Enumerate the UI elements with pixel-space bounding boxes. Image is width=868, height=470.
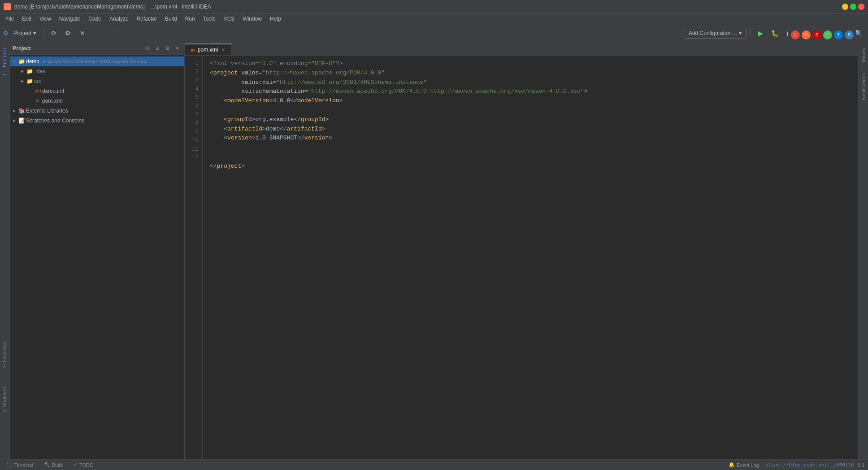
notifications-panel-icon[interactable]: Notifications <box>859 70 868 104</box>
xml-icon: m <box>34 97 41 104</box>
tree-item-demo-iml[interactable]: ▶ iml demo.iml <box>10 86 184 96</box>
build-label: Build <box>52 462 63 468</box>
main-content: 1: Project Project ⟳ ≡ ⚙ ✕ ▾ 📁 demo E:\p… <box>0 42 868 459</box>
add-configuration-button[interactable]: Add Configuration… ▾ <box>684 28 746 39</box>
panel-collapse-btn[interactable]: ≡ <box>153 44 162 53</box>
menu-edit[interactable]: Edit <box>18 15 35 23</box>
todo-status-item[interactable]: ✓ TODO <box>71 461 96 469</box>
menu-refactor[interactable]: Refactor <box>133 15 161 23</box>
menu-analyze[interactable]: Analyze <box>106 15 132 23</box>
tree-item-idea[interactable]: ▶ 📁 .idea <box>10 66 184 76</box>
status-bar-right: 🔔 Event Log https://blog.csdn.net/iz0501… <box>726 461 864 469</box>
add-config-label: Add Configuration… <box>689 30 737 36</box>
debug-button[interactable]: 🐛 <box>768 27 781 39</box>
tab-close-button[interactable]: ✕ <box>221 47 226 52</box>
iml-icon: iml <box>34 87 41 95</box>
close-panel-button[interactable]: ✕ <box>76 27 89 39</box>
menu-file[interactable]: File <box>2 15 17 23</box>
browser-icons-strip: C F O E I S <box>788 29 856 41</box>
project-selector-label: Project ▾ <box>13 30 36 36</box>
opera-icon[interactable]: O <box>812 30 821 39</box>
line-num-10: 10 <box>185 137 199 145</box>
menu-code[interactable]: Code <box>85 15 105 23</box>
menu-run[interactable]: Run <box>182 15 199 23</box>
ext-libs-icon: 📚 <box>18 107 25 114</box>
favorites-strip: 2: Favorites <box>0 339 10 371</box>
project-panel-header: Project ⟳ ≡ ⚙ ✕ <box>10 42 184 55</box>
title-bar: demo [E:\project\AutoMaintenanceManageme… <box>0 0 868 13</box>
cursor-position: 6:1 <box>858 462 864 468</box>
folder-icon-idea: 📁 <box>26 68 33 75</box>
project-panel-title: Project <box>13 45 31 52</box>
file-tree: ▾ 📁 demo E:\project\AutoMaintenanceManag… <box>10 55 184 459</box>
status-bar: ⬛ Terminal 🔨 Build ✓ TODO 🔔 Event Log ht… <box>0 459 868 470</box>
line-num-9: 9 <box>185 128 199 137</box>
xml-file-icon: m <box>191 47 195 52</box>
sync-button[interactable]: ⟳ <box>48 27 60 39</box>
tab-label: pom.xml <box>198 47 218 53</box>
tree-label-demo-iml: demo.iml <box>42 88 64 94</box>
structure-panel-icon[interactable]: 2: Structure <box>0 383 9 416</box>
toolbar-separator-2 <box>750 28 751 39</box>
line-numbers: 1 2 3 4 5 6 7 8 9 10 11 12 <box>185 56 203 459</box>
firefox-icon[interactable]: F <box>802 30 811 39</box>
close-button[interactable] <box>858 4 864 10</box>
tree-path-demo: E:\project\AutoMaintenanceManagement\dem… <box>43 59 146 64</box>
line-num-1: 1 <box>185 59 199 68</box>
scratches-icon: 📝 <box>18 117 25 124</box>
chrome-icon[interactable]: C <box>791 30 800 39</box>
terminal-status-item[interactable]: ⬛ Terminal <box>4 461 36 469</box>
title-bar-left: demo [E:\project\AutoMaintenanceManageme… <box>4 3 211 10</box>
folder-icon: 📁 <box>18 58 25 65</box>
build-status-item[interactable]: 🔨 Build <box>41 461 65 469</box>
tree-item-pom-xml[interactable]: ▶ m pom.xml <box>10 96 184 106</box>
event-log-label: Event Log <box>737 462 759 468</box>
code-editor[interactable]: <?xml version="1.0" encoding="UTF-8"?> <… <box>203 56 858 459</box>
line-num-4: 4 <box>185 85 199 94</box>
settings-button[interactable]: ⚙ <box>62 27 74 39</box>
editor-area: m pom.xml ✕ 1 2 3 4 5 6 7 8 9 10 11 12 <… <box>185 42 858 459</box>
terminal-icon: ⬛ <box>6 462 13 468</box>
tree-arrow-src: ▶ <box>20 78 25 84</box>
panel-action-buttons: ⟳ ≡ ⚙ ✕ <box>143 44 182 53</box>
menu-help[interactable]: Help <box>266 15 285 23</box>
main-toolbar: ⚙ Project ▾ ⟳ ⚙ ✕ Add Configuration… ▾ ▶… <box>0 24 868 42</box>
tree-label-pom-xml: pom.xml <box>42 98 62 104</box>
line-num-5: 5 <box>185 94 199 102</box>
status-url-link[interactable]: https://blog.csdn.net/iz050116 <box>765 462 854 468</box>
tree-item-scratches[interactable]: ▶ 📝 Scratches and Consoles <box>10 116 184 126</box>
ie-icon[interactable]: I <box>834 30 843 39</box>
line-num-11: 11 <box>185 145 199 154</box>
edge-icon[interactable]: E <box>823 30 832 39</box>
panel-settings-btn[interactable]: ⚙ <box>163 44 172 53</box>
safari-icon[interactable]: S <box>845 30 854 39</box>
panel-hide-btn[interactable]: ✕ <box>173 44 182 53</box>
tree-arrow-idea: ▶ <box>20 69 25 74</box>
line-num-12: 12 <box>185 154 199 162</box>
menu-tools[interactable]: Tools <box>200 15 219 23</box>
menu-navigate[interactable]: Navigate <box>56 15 84 23</box>
tree-arrow-scratches: ▶ <box>12 118 17 123</box>
menu-vcs[interactable]: VCS <box>220 15 239 23</box>
tree-arrow-ext: ▶ <box>12 108 17 113</box>
tree-item-src[interactable]: ▶ 📁 src <box>10 76 184 86</box>
maximize-button[interactable] <box>850 4 856 10</box>
minimize-button[interactable] <box>842 4 848 10</box>
tree-item-demo-root[interactable]: ▾ 📁 demo E:\project\AutoMaintenanceManag… <box>10 57 184 66</box>
menu-window[interactable]: Window <box>239 15 265 23</box>
structure-strip: 2: Structure <box>0 383 10 416</box>
maven-panel-icon[interactable]: Maven <box>859 44 868 66</box>
menu-bar: File Edit View Navigate Code Analyze Ref… <box>0 13 868 24</box>
project-selector[interactable]: Project ▾ <box>10 28 40 38</box>
window-controls <box>842 4 864 10</box>
menu-build[interactable]: Build <box>161 15 181 23</box>
tab-pom-xml[interactable]: m pom.xml ✕ <box>185 44 232 55</box>
sidebar-item-project[interactable]: 1: Project <box>1 44 9 79</box>
event-log-item[interactable]: 🔔 Event Log <box>726 461 762 469</box>
menu-view[interactable]: View <box>36 15 55 23</box>
build-icon: 🔨 <box>44 462 50 468</box>
favorites-panel-icon[interactable]: 2: Favorites <box>0 339 9 371</box>
run-button[interactable]: ▶ <box>754 27 767 39</box>
panel-sync-btn[interactable]: ⟳ <box>143 44 152 53</box>
tree-item-ext-libs[interactable]: ▶ 📚 External Libraries <box>10 106 184 116</box>
